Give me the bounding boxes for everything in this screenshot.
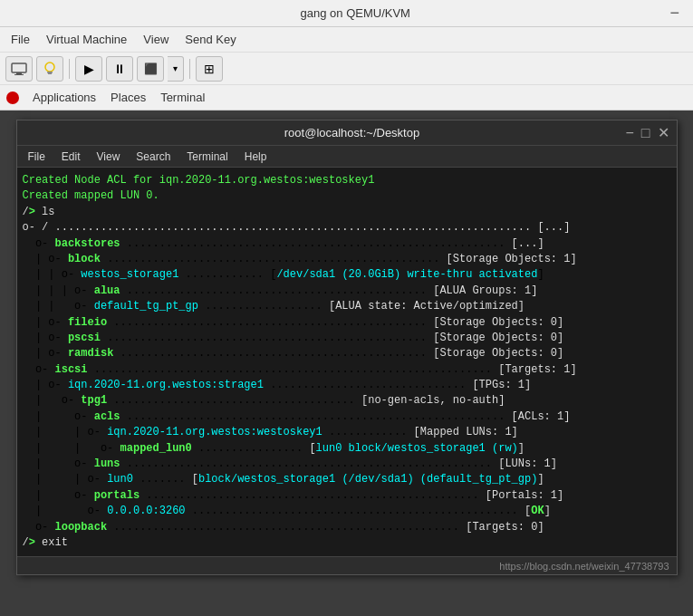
terminal-line-1: Created Node ACL for iqn.2020-11.org.wes… bbox=[23, 173, 671, 188]
apps-icon bbox=[4, 89, 22, 107]
terminal-menu-edit[interactable]: Edit bbox=[54, 149, 88, 165]
terminal-line-24: /> exit bbox=[23, 535, 671, 551]
terminal-line-14: | o- iqn.2020-11.org.westos:strage1 ....… bbox=[23, 378, 671, 393]
terminal-title: root@localhost:~/Desktop bbox=[79, 126, 626, 140]
terminal-statusbar: https://blog.csdn.net/weixin_47738793 bbox=[17, 556, 677, 574]
svg-rect-5 bbox=[48, 73, 52, 74]
svg-rect-0 bbox=[12, 63, 26, 72]
terminal-status-url: https://blog.csdn.net/weixin_47738793 bbox=[499, 561, 669, 572]
toolbar-stop-btn[interactable]: ⬛ bbox=[137, 56, 164, 82]
outer-menubar: File Virtual Machine View Send Key bbox=[0, 27, 693, 53]
outer-title: gang on QEMU/KVM bbox=[45, 6, 665, 20]
terminal-window: root@localhost:~/Desktop − □ ✕ File Edit… bbox=[16, 120, 678, 575]
svg-rect-4 bbox=[47, 72, 53, 73]
terminal-line-2: Created mapped LUN 0. bbox=[23, 188, 671, 204]
outer-minimize-btn[interactable]: − bbox=[665, 4, 684, 23]
svg-point-6 bbox=[6, 91, 19, 104]
toolbar-sep1 bbox=[69, 59, 70, 79]
toolbar-dropdown-btn[interactable]: ▾ bbox=[168, 56, 184, 82]
svg-rect-1 bbox=[16, 72, 22, 74]
terminal-line-21: | o- portals ...........................… bbox=[23, 488, 671, 504]
terminal-line-23: o- loopback ............................… bbox=[23, 520, 671, 535]
terminal-line-8: | | | o- alua ..........................… bbox=[23, 284, 671, 299]
terminal-line-7: | | o- westos_storage1 ............ [/de… bbox=[23, 267, 671, 283]
terminal-titlebar: root@localhost:~/Desktop − □ ✕ bbox=[17, 120, 677, 146]
terminal-line-4: o- / ...................................… bbox=[23, 220, 671, 236]
terminal-line-3: /> ls bbox=[23, 205, 671, 220]
menu-view[interactable]: View bbox=[136, 30, 176, 49]
terminal-menubar: File Edit View Search Terminal Help bbox=[17, 146, 677, 168]
lightbulb-icon bbox=[43, 61, 57, 77]
outer-toolbar: ▶ ⏸ ⬛ ▾ ⊞ bbox=[0, 53, 693, 85]
terminal-maximize-btn[interactable]: □ bbox=[641, 126, 650, 140]
terminal-menu-file[interactable]: File bbox=[21, 149, 53, 165]
monitor-icon bbox=[11, 63, 27, 75]
menu-send-key[interactable]: Send Key bbox=[178, 30, 243, 49]
toolbar-monitor-btn[interactable] bbox=[5, 56, 33, 82]
terminal-close-btn[interactable]: ✕ bbox=[658, 126, 669, 140]
app-bar: Applications Places Terminal bbox=[0, 85, 693, 111]
svg-rect-2 bbox=[14, 74, 24, 75]
redhat-icon bbox=[5, 91, 20, 105]
appbar-terminal[interactable]: Terminal bbox=[153, 88, 212, 107]
terminal-line-11: | o- pscsi .............................… bbox=[23, 331, 671, 346]
terminal-line-6: | o- block .............................… bbox=[23, 252, 671, 267]
terminal-content[interactable]: Created Node ACL for iqn.2020-11.org.wes… bbox=[17, 168, 677, 556]
terminal-menu-help[interactable]: Help bbox=[237, 149, 274, 165]
toolbar-pause-btn[interactable]: ⏸ bbox=[106, 56, 133, 82]
toolbar-sep2 bbox=[189, 59, 190, 79]
terminal-menu-search[interactable]: Search bbox=[129, 149, 178, 165]
toolbar-play-btn[interactable]: ▶ bbox=[75, 56, 102, 82]
terminal-line-9: | | o- default_tg_pt_gp ................… bbox=[23, 299, 671, 314]
menu-virtual-machine[interactable]: Virtual Machine bbox=[39, 30, 134, 49]
terminal-minimize-btn[interactable]: − bbox=[625, 126, 633, 140]
terminal-menu-terminal[interactable]: Terminal bbox=[179, 149, 235, 165]
terminal-line-12: | o- ramdisk ...........................… bbox=[23, 346, 671, 361]
terminal-line-18: | | o- mapped_lun0 ................ [lun… bbox=[23, 441, 671, 457]
terminal-line-22: | o- 0.0.0.0:3260 ......................… bbox=[23, 504, 671, 519]
terminal-line-10: | o- fileio ............................… bbox=[23, 315, 671, 331]
terminal-window-buttons: − □ ✕ bbox=[625, 126, 669, 140]
appbar-places[interactable]: Places bbox=[103, 88, 153, 107]
terminal-menu-view[interactable]: View bbox=[90, 149, 128, 165]
appbar-applications[interactable]: Applications bbox=[25, 88, 103, 107]
svg-point-3 bbox=[45, 63, 54, 72]
toolbar-fullscreen-btn[interactable]: ⊞ bbox=[196, 56, 223, 82]
desktop: root@localhost:~/Desktop − □ ✕ File Edit… bbox=[0, 111, 693, 616]
terminal-line-20: | | o- lun0 ....... [block/westos_storag… bbox=[23, 472, 671, 487]
menu-file[interactable]: File bbox=[4, 30, 37, 49]
terminal-line-17: | | o- iqn.2020-11.org.westos:westoskey1… bbox=[23, 425, 671, 440]
terminal-line-15: | o- tpg1 ..............................… bbox=[23, 393, 671, 409]
terminal-line-13: o- iscsi ...............................… bbox=[23, 362, 671, 378]
outer-titlebar: gang on QEMU/KVM − bbox=[0, 0, 693, 27]
terminal-line-5: o- backstores ..........................… bbox=[23, 236, 671, 252]
terminal-line-19: | o- luns ..............................… bbox=[23, 457, 671, 472]
terminal-line-16: | o- acls ..............................… bbox=[23, 409, 671, 425]
toolbar-lightbulb-btn[interactable] bbox=[36, 56, 63, 82]
